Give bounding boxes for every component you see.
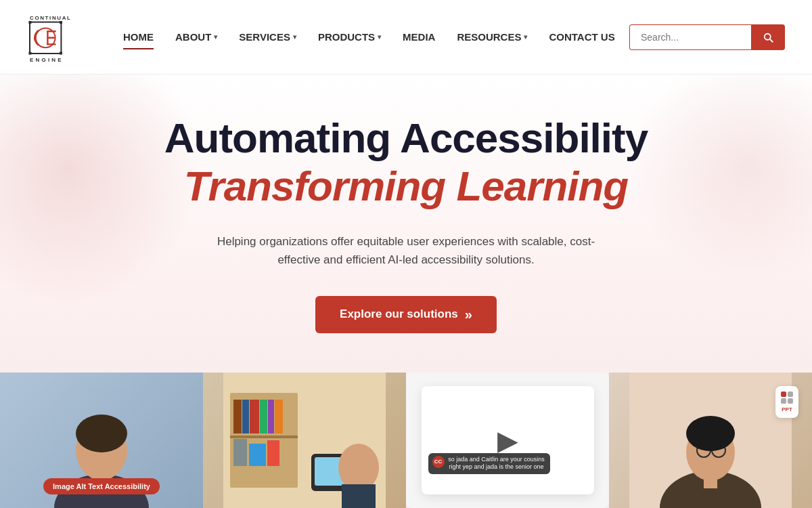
chevron-down-icon: ▾ — [293, 33, 296, 41]
preview-card-1: Image Alt Text Accessibility — [0, 373, 203, 508]
chevron-down-icon: ▾ — [214, 33, 217, 41]
search-input[interactable] — [629, 24, 751, 50]
search-icon — [762, 31, 774, 43]
svg-rect-8 — [60, 21, 62, 24]
card4-background: PPT — [609, 373, 812, 508]
svg-text:ENGINE: ENGINE — [30, 57, 64, 63]
nav-item-resources[interactable]: RESOURCES ▾ — [449, 26, 535, 48]
svg-point-15 — [76, 415, 127, 452]
svg-rect-24 — [230, 436, 298, 438]
svg-point-39 — [686, 416, 735, 451]
svg-rect-26 — [249, 444, 266, 466]
chevron-down-icon: ▾ — [524, 33, 527, 41]
arrows-icon: » — [465, 307, 472, 322]
search-area — [629, 24, 785, 50]
play-icon: ▶ — [497, 425, 518, 456]
svg-rect-10 — [60, 51, 62, 54]
hero-section: Automating Accessibility Transforming Le… — [0, 75, 812, 508]
hero-title-line2: Transforming Learning — [27, 161, 785, 211]
svg-point-30 — [338, 444, 379, 491]
cta-button[interactable]: Explore our solutions » — [315, 296, 497, 333]
ppt-badge: PPT — [775, 386, 798, 418]
svg-rect-31 — [342, 484, 376, 508]
card2-background — [203, 373, 406, 508]
svg-rect-21 — [260, 400, 267, 433]
svg-rect-9 — [28, 51, 31, 54]
nav-item-contact[interactable]: CONTACT US — [541, 26, 623, 48]
svg-rect-20 — [250, 400, 259, 433]
nav-item-about[interactable]: ABOUT ▾ — [167, 26, 225, 48]
nav-links: HOME ABOUT ▾ SERVICES ▾ PRODUCTS ▾ MEDIA… — [115, 26, 629, 48]
nav-item-products[interactable]: PRODUCTS ▾ — [310, 26, 389, 48]
svg-rect-35 — [704, 476, 717, 488]
preview-card-3: ▶ CC so jada and Caitlin are your cousin… — [406, 373, 609, 508]
nav-item-services[interactable]: SERVICES ▾ — [231, 26, 304, 48]
search-button[interactable] — [751, 24, 785, 50]
chevron-down-icon: ▾ — [378, 33, 381, 41]
preview-card-4: PPT — [609, 373, 812, 508]
preview-strip: Image Alt Text Accessibility — [0, 373, 812, 508]
preview-card-2 — [203, 373, 406, 508]
logo[interactable]: CONTINUAL ENGINE — [27, 10, 81, 64]
nav-item-home[interactable]: HOME — [115, 26, 162, 48]
card3-background: ▶ CC so jada and Caitlin are your cousin… — [406, 373, 609, 508]
svg-text:CONTINUAL: CONTINUAL — [30, 15, 72, 21]
alt-text-badge: Image Alt Text Accessibility — [43, 478, 160, 494]
svg-rect-7 — [28, 21, 31, 24]
hero-title-line1: Automating Accessibility — [27, 115, 785, 161]
hero-content: Automating Accessibility Transforming Le… — [27, 115, 785, 333]
hero-subtitle: Helping organizations offer equitable us… — [203, 232, 609, 269]
svg-rect-23 — [275, 400, 283, 433]
cc-caption-badge: CC so jada and Caitlin are your cousins … — [428, 453, 550, 474]
svg-rect-27 — [267, 440, 279, 466]
svg-rect-19 — [242, 400, 249, 433]
svg-rect-25 — [233, 439, 247, 466]
navbar: CONTINUAL ENGINE HOME ABOUT ▾ SER — [0, 0, 812, 75]
cc-icon: CC — [432, 456, 445, 468]
svg-rect-18 — [233, 400, 242, 433]
svg-rect-22 — [268, 400, 274, 433]
nav-item-media[interactable]: MEDIA — [394, 26, 443, 48]
